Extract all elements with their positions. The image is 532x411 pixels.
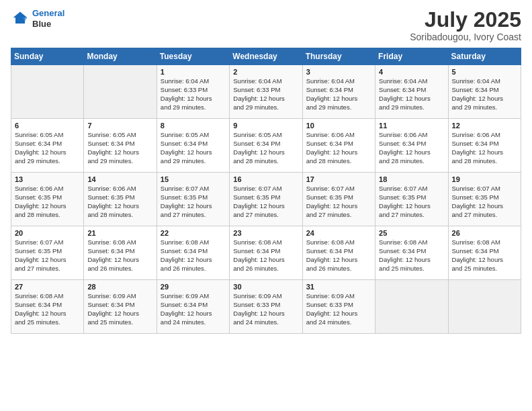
day-number: 7 <box>87 122 152 130</box>
calendar-cell: 27Sunrise: 6:08 AM Sunset: 6:34 PM Dayli… <box>11 280 84 334</box>
page: General Blue July 2025 Soribadougou, Ivo… <box>0 0 532 411</box>
day-info: Sunrise: 6:09 AM Sunset: 6:34 PM Dayligh… <box>87 292 152 326</box>
logo-text: General Blue <box>32 8 64 29</box>
day-info: Sunrise: 6:04 AM Sunset: 6:34 PM Dayligh… <box>306 77 371 111</box>
day-info: Sunrise: 6:07 AM Sunset: 6:35 PM Dayligh… <box>379 185 444 219</box>
calendar-cell: 9Sunrise: 6:05 AM Sunset: 6:34 PM Daylig… <box>230 119 302 173</box>
day-info: Sunrise: 6:09 AM Sunset: 6:33 PM Dayligh… <box>306 292 371 326</box>
calendar-cell: 3Sunrise: 6:04 AM Sunset: 6:34 PM Daylig… <box>302 65 375 119</box>
weekday-header-cell: Saturday <box>448 48 521 65</box>
day-number: 22 <box>161 229 226 237</box>
calendar-cell: 12Sunrise: 6:06 AM Sunset: 6:34 PM Dayli… <box>448 119 521 173</box>
calendar-cell: 2Sunrise: 6:04 AM Sunset: 6:33 PM Daylig… <box>230 65 302 119</box>
day-info: Sunrise: 6:04 AM Sunset: 6:33 PM Dayligh… <box>161 77 226 111</box>
day-info: Sunrise: 6:07 AM Sunset: 6:35 PM Dayligh… <box>15 238 80 273</box>
day-info: Sunrise: 6:07 AM Sunset: 6:35 PM Dayligh… <box>233 185 298 219</box>
day-info: Sunrise: 6:06 AM Sunset: 6:35 PM Dayligh… <box>87 185 152 219</box>
calendar-cell: 14Sunrise: 6:06 AM Sunset: 6:35 PM Dayli… <box>84 173 157 226</box>
calendar-week-row: 13Sunrise: 6:06 AM Sunset: 6:35 PM Dayli… <box>11 173 521 226</box>
day-number: 14 <box>87 175 152 183</box>
weekday-header-cell: Wednesday <box>230 48 302 65</box>
day-number: 18 <box>379 175 444 183</box>
calendar-cell: 26Sunrise: 6:08 AM Sunset: 6:34 PM Dayli… <box>448 226 521 280</box>
day-info: Sunrise: 6:08 AM Sunset: 6:34 PM Dayligh… <box>379 238 444 273</box>
weekday-header-cell: Monday <box>84 48 157 65</box>
day-info: Sunrise: 6:07 AM Sunset: 6:35 PM Dayligh… <box>161 185 226 219</box>
calendar-cell: 16Sunrise: 6:07 AM Sunset: 6:35 PM Dayli… <box>230 173 302 226</box>
day-info: Sunrise: 6:08 AM Sunset: 6:34 PM Dayligh… <box>15 292 80 326</box>
day-info: Sunrise: 6:09 AM Sunset: 6:34 PM Dayligh… <box>161 292 226 326</box>
calendar-cell <box>375 280 448 334</box>
day-number: 21 <box>87 229 152 237</box>
day-number: 16 <box>233 175 298 183</box>
calendar-cell: 23Sunrise: 6:08 AM Sunset: 6:34 PM Dayli… <box>230 226 302 280</box>
day-number: 5 <box>452 68 517 76</box>
calendar-cell <box>11 65 84 119</box>
day-info: Sunrise: 6:06 AM Sunset: 6:34 PM Dayligh… <box>379 131 444 165</box>
day-number: 31 <box>306 283 371 291</box>
day-info: Sunrise: 6:07 AM Sunset: 6:35 PM Dayligh… <box>306 185 371 219</box>
day-number: 3 <box>306 68 371 76</box>
calendar-cell: 13Sunrise: 6:06 AM Sunset: 6:35 PM Dayli… <box>11 173 84 226</box>
day-number: 20 <box>15 229 80 237</box>
calendar-cell: 1Sunrise: 6:04 AM Sunset: 6:33 PM Daylig… <box>157 65 229 119</box>
weekday-header-cell: Thursday <box>302 48 375 65</box>
day-number: 19 <box>452 175 517 183</box>
calendar-cell: 29Sunrise: 6:09 AM Sunset: 6:34 PM Dayli… <box>157 280 229 334</box>
day-info: Sunrise: 6:08 AM Sunset: 6:34 PM Dayligh… <box>87 238 152 273</box>
day-number: 26 <box>452 229 517 237</box>
calendar-cell: 24Sunrise: 6:08 AM Sunset: 6:34 PM Dayli… <box>302 226 375 280</box>
logo-icon <box>11 9 30 28</box>
calendar-cell: 30Sunrise: 6:09 AM Sunset: 6:33 PM Dayli… <box>230 280 302 334</box>
logo: General Blue <box>11 8 64 29</box>
day-info: Sunrise: 6:05 AM Sunset: 6:34 PM Dayligh… <box>161 131 226 165</box>
day-info: Sunrise: 6:05 AM Sunset: 6:34 PM Dayligh… <box>87 131 152 165</box>
day-number: 1 <box>161 68 226 76</box>
day-number: 12 <box>452 122 517 130</box>
calendar-week-row: 20Sunrise: 6:07 AM Sunset: 6:35 PM Dayli… <box>11 226 521 280</box>
day-number: 11 <box>379 122 444 130</box>
weekday-header-cell: Friday <box>375 48 448 65</box>
calendar-cell: 25Sunrise: 6:08 AM Sunset: 6:34 PM Dayli… <box>375 226 448 280</box>
day-number: 24 <box>306 229 371 237</box>
day-number: 6 <box>15 122 80 130</box>
day-info: Sunrise: 6:09 AM Sunset: 6:33 PM Dayligh… <box>233 292 298 326</box>
calendar-cell: 15Sunrise: 6:07 AM Sunset: 6:35 PM Dayli… <box>157 173 229 226</box>
title-block: July 2025 Soribadougou, Ivory Coast <box>410 8 521 42</box>
day-info: Sunrise: 6:08 AM Sunset: 6:34 PM Dayligh… <box>306 238 371 273</box>
day-info: Sunrise: 6:04 AM Sunset: 6:34 PM Dayligh… <box>379 77 444 111</box>
day-info: Sunrise: 6:08 AM Sunset: 6:34 PM Dayligh… <box>452 238 517 273</box>
day-number: 2 <box>233 68 298 76</box>
calendar-table: SundayMondayTuesdayWednesdayThursdayFrid… <box>11 48 521 334</box>
calendar-cell: 21Sunrise: 6:08 AM Sunset: 6:34 PM Dayli… <box>84 226 157 280</box>
day-info: Sunrise: 6:08 AM Sunset: 6:34 PM Dayligh… <box>233 238 298 273</box>
month-year: July 2025 <box>410 8 521 32</box>
calendar-cell <box>84 65 157 119</box>
day-number: 4 <box>379 68 444 76</box>
day-number: 9 <box>233 122 298 130</box>
day-number: 29 <box>161 283 226 291</box>
calendar-cell: 7Sunrise: 6:05 AM Sunset: 6:34 PM Daylig… <box>84 119 157 173</box>
day-info: Sunrise: 6:04 AM Sunset: 6:33 PM Dayligh… <box>233 77 298 111</box>
calendar-cell: 20Sunrise: 6:07 AM Sunset: 6:35 PM Dayli… <box>11 226 84 280</box>
calendar-cell: 28Sunrise: 6:09 AM Sunset: 6:34 PM Dayli… <box>84 280 157 334</box>
day-number: 23 <box>233 229 298 237</box>
day-info: Sunrise: 6:04 AM Sunset: 6:34 PM Dayligh… <box>452 77 517 111</box>
calendar-cell: 19Sunrise: 6:07 AM Sunset: 6:35 PM Dayli… <box>448 173 521 226</box>
day-number: 28 <box>87 283 152 291</box>
day-number: 25 <box>379 229 444 237</box>
calendar-cell: 6Sunrise: 6:05 AM Sunset: 6:34 PM Daylig… <box>11 119 84 173</box>
location: Soribadougou, Ivory Coast <box>410 32 521 42</box>
day-number: 15 <box>161 175 226 183</box>
calendar-cell <box>448 280 521 334</box>
calendar-cell: 18Sunrise: 6:07 AM Sunset: 6:35 PM Dayli… <box>375 173 448 226</box>
calendar-cell: 10Sunrise: 6:06 AM Sunset: 6:34 PM Dayli… <box>302 119 375 173</box>
calendar-week-row: 27Sunrise: 6:08 AM Sunset: 6:34 PM Dayli… <box>11 280 521 334</box>
calendar-cell: 8Sunrise: 6:05 AM Sunset: 6:34 PM Daylig… <box>157 119 229 173</box>
calendar-body: 1Sunrise: 6:04 AM Sunset: 6:33 PM Daylig… <box>11 65 521 334</box>
calendar-cell: 4Sunrise: 6:04 AM Sunset: 6:34 PM Daylig… <box>375 65 448 119</box>
day-number: 8 <box>161 122 226 130</box>
calendar-cell: 22Sunrise: 6:08 AM Sunset: 6:34 PM Dayli… <box>157 226 229 280</box>
day-number: 13 <box>15 175 80 183</box>
calendar-cell: 17Sunrise: 6:07 AM Sunset: 6:35 PM Dayli… <box>302 173 375 226</box>
